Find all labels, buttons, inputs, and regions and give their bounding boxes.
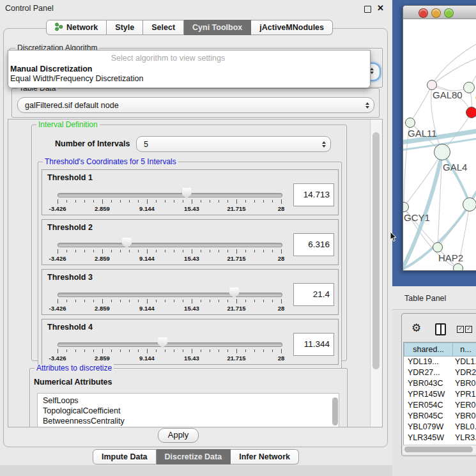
table-header-row: shared...n... — [404, 342, 476, 357]
table-cell: YBR0... — [451, 411, 476, 422]
threshold-value-field[interactable]: 14.713 — [293, 183, 334, 206]
column-header-1[interactable]: shared... — [404, 342, 453, 357]
tab-label: Select — [151, 23, 175, 32]
tick-mark — [102, 199, 103, 204]
bottom-tab-discretize-data[interactable]: Discretize Data — [157, 449, 231, 464]
attribute-item-selfloops[interactable]: SelfLoops — [38, 395, 339, 406]
apply-button[interactable]: Apply — [158, 428, 199, 443]
column-header-2[interactable]: n... — [453, 342, 476, 357]
tick-mark — [272, 250, 273, 252]
tick-mark — [183, 300, 183, 302]
network-node[interactable] — [427, 80, 437, 90]
tick-mark — [254, 349, 255, 352]
table-cell: YBR0... — [451, 378, 476, 389]
network-node[interactable] — [463, 197, 476, 211]
num-intervals-label: Number of Intervals — [55, 139, 130, 148]
tick-mark — [84, 349, 85, 352]
tick-mark — [272, 300, 273, 302]
tick-mark — [138, 349, 139, 352]
table-row[interactable]: YBR043CYBR0... — [404, 378, 476, 389]
tick-mark — [192, 299, 192, 303]
combo-arrows-icon — [361, 102, 374, 109]
bottom-tab-impute-data[interactable]: Impute Data — [93, 449, 157, 464]
table-row[interactable]: YLR345WYLR3... — [404, 433, 476, 443]
table-cell: YDR27... — [404, 367, 451, 378]
numerical-attributes-label: Numerical Attributes — [34, 378, 112, 387]
float-window-icon[interactable] — [364, 6, 371, 13]
popup-item-manual-discretization[interactable]: Manual Discretization — [10, 65, 93, 73]
network-node[interactable] — [405, 118, 415, 128]
threshold-value-field[interactable]: 6.316 — [293, 233, 334, 256]
slider-track[interactable] — [58, 193, 282, 197]
table-row[interactable]: YDL19...YDL1... — [404, 357, 476, 367]
table-panel-title: Table Panel — [404, 294, 446, 303]
node-label-gal4: GAL4 — [443, 162, 467, 173]
tick-mark — [236, 199, 237, 204]
table-row[interactable]: YPR145WYPR1... — [404, 389, 476, 400]
close-traffic-light[interactable] — [418, 8, 428, 18]
popup-item-equal-width-frequency-discretization[interactable]: Equal Width/Frequency Discretization — [10, 74, 143, 83]
threshold-value-field[interactable]: 11.344 — [293, 333, 334, 356]
tick-label: -3.426 — [49, 305, 66, 312]
network-canvas[interactable]: GAL80GACGAL11GAL4GCY1HHAP2 — [403, 19, 476, 270]
table-data-combobox[interactable]: galFiltered.sif default node — [17, 97, 374, 113]
threshold-value-field[interactable]: 21.4 — [293, 283, 334, 306]
scrollbar-thumb[interactable] — [404, 447, 473, 452]
zoom-traffic-light[interactable] — [444, 8, 454, 18]
tab-cyni-toolbox[interactable]: Cyni Toolbox — [184, 20, 251, 35]
attribute-item-topologicalcoefficient[interactable]: TopologicalCoefficient — [38, 406, 339, 416]
num-intervals-value: 5 — [137, 140, 318, 149]
tick-mark — [201, 200, 201, 203]
tick-mark — [165, 250, 165, 252]
tick-label: 9.144 — [139, 205, 155, 212]
tick-mark — [111, 349, 112, 352]
network-node[interactable] — [463, 82, 475, 93]
checkbox-icon[interactable]: ✓ — [465, 326, 472, 333]
attributes-scrollbar[interactable] — [332, 397, 338, 426]
table-horizontal-scrollbar[interactable] — [403, 445, 476, 454]
tick-mark — [227, 200, 228, 203]
network-node[interactable] — [434, 144, 450, 160]
tab-style[interactable]: Style — [107, 20, 143, 35]
attribute-item-betweennesscentrality[interactable]: BetweennessCentrality — [38, 416, 339, 426]
slider-track[interactable] — [58, 293, 282, 297]
table-row[interactable]: YDR27...YDR2... — [404, 367, 476, 378]
tab-select[interactable]: Select — [143, 20, 184, 35]
slider-track[interactable] — [58, 243, 282, 247]
table-cell: YDR2... — [451, 367, 476, 378]
bottom-tab-infer-network[interactable]: Infer Network — [231, 449, 299, 464]
table-row[interactable]: YBL079WYBL0... — [404, 422, 476, 433]
minimize-traffic-light[interactable] — [431, 8, 441, 18]
gear-icon[interactable]: ⚙ — [411, 321, 421, 335]
network-node[interactable] — [433, 242, 443, 252]
slider-track[interactable] — [58, 342, 282, 347]
tick-mark — [84, 200, 85, 203]
tab-label: Style — [115, 23, 134, 32]
table-row[interactable]: YBR045CYBR0... — [404, 411, 476, 422]
tab-jactivemnodules[interactable]: jActiveMNodules — [251, 20, 333, 35]
network-node[interactable] — [453, 263, 463, 270]
tick-mark — [201, 250, 201, 252]
table-row[interactable]: YER054CYER0... — [404, 400, 476, 411]
tick-mark — [102, 249, 103, 254]
checkbox-icon[interactable]: ✓ — [457, 326, 464, 333]
network-window-titlebar[interactable] — [403, 6, 476, 19]
tick-mark — [236, 349, 237, 353]
network-node[interactable] — [466, 107, 476, 118]
tick-mark — [210, 349, 210, 352]
tick-label: 2.859 — [95, 205, 110, 212]
tab-network[interactable]: Network — [46, 20, 107, 35]
numerical-attributes-list[interactable]: SelfLoopsTopologicalCoefficientBetweenne… — [37, 393, 339, 427]
tick-mark — [120, 349, 121, 352]
tick-mark — [58, 199, 58, 204]
settings-vertical-scrollbar[interactable] — [370, 119, 382, 427]
columns-icon[interactable] — [435, 323, 446, 335]
tick-mark — [254, 250, 255, 252]
tick-mark — [263, 349, 264, 352]
scrollbar-thumb[interactable] — [372, 132, 380, 369]
close-icon[interactable]: ✕ — [377, 3, 384, 13]
threshold-label: Threshold 4 — [47, 323, 93, 332]
desktop-region: GAL80GACGAL11GAL4GCY1HHAP2 Table Panel ⚙… — [392, 0, 476, 476]
tick-mark — [111, 250, 112, 252]
num-intervals-spinner[interactable]: 5 — [136, 136, 331, 152]
